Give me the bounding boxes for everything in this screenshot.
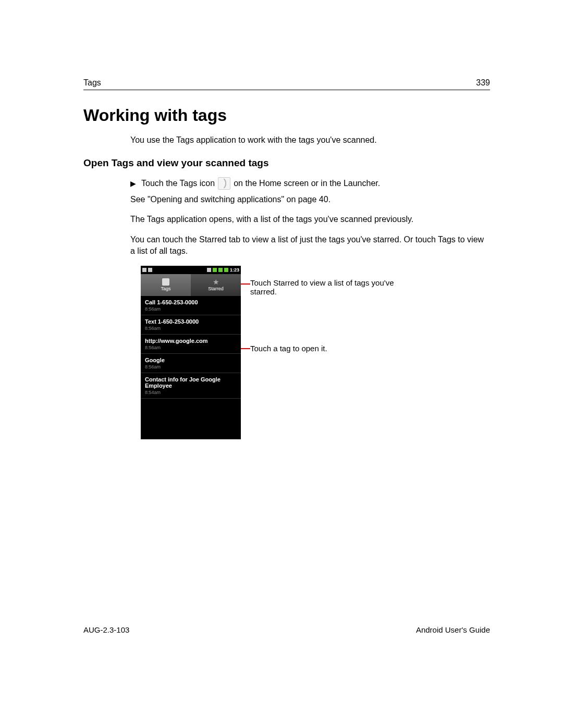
- status-icon: [213, 268, 217, 272]
- callout-starred: Touch Starred to view a list of tags you…: [250, 278, 396, 296]
- paragraph-starred-tab: You can touch the Starred tab to view a …: [130, 234, 490, 257]
- tag-time: 8:54am: [145, 390, 237, 395]
- tags-app-icon: [218, 177, 230, 190]
- tab-tags[interactable]: Tags: [141, 274, 191, 296]
- status-icon: [207, 268, 211, 272]
- tag-title: http://www.google.com: [145, 338, 237, 344]
- tag-title: Contact info for Joe Google Employee: [145, 376, 237, 389]
- tag-time: 8:56am: [145, 326, 237, 331]
- status-time: 1:23: [230, 267, 239, 273]
- tag-icon: [162, 278, 169, 286]
- intro-paragraph: You use the Tags application to work wit…: [130, 135, 490, 145]
- status-left-icons: [142, 268, 152, 272]
- battery-icon: [224, 268, 228, 272]
- callout-line: [241, 348, 250, 349]
- list-item[interactable]: Call 1-650-253-0000 8:56am: [141, 296, 241, 315]
- callout-line: [241, 283, 250, 285]
- phone-empty-area: [141, 399, 241, 439]
- footer-guide-name: Android User's Guide: [416, 625, 490, 634]
- status-icon: [142, 268, 146, 272]
- page-title: Working with tags: [83, 106, 490, 125]
- star-icon: ★: [213, 278, 219, 286]
- list-item[interactable]: Contact info for Joe Google Employee 8:5…: [141, 373, 241, 399]
- footer-doc-id: AUG-2.3-103: [83, 625, 129, 634]
- page-footer: AUG-2.3-103 Android User's Guide: [83, 625, 490, 634]
- step-text-pre: Touch the Tags icon: [141, 179, 215, 188]
- paragraph-app-opens: The Tags application opens, with a list …: [130, 214, 490, 225]
- tag-time: 8:56am: [145, 364, 237, 369]
- tab-label: Tags: [161, 286, 170, 291]
- callout-open-tag: Touch a tag to open it.: [250, 344, 327, 353]
- step-line: ▶ Touch the Tags icon on the Home screen…: [130, 177, 490, 190]
- tag-time: 8:56am: [145, 306, 237, 312]
- document-page: Tags 339 Working with tags You use the T…: [0, 0, 563, 728]
- bullet-triangle-icon: ▶: [130, 179, 136, 188]
- tab-starred[interactable]: ★ Starred: [191, 274, 241, 296]
- page-header: Tags 339: [83, 78, 490, 90]
- phone-tabs: Tags ★ Starred: [141, 274, 241, 296]
- list-item[interactable]: Google 8:56am: [141, 354, 241, 373]
- tag-time: 8:56am: [145, 345, 237, 350]
- subheading: Open Tags and view your scanned tags: [83, 157, 490, 169]
- list-item[interactable]: Text 1-650-253-0000 8:56am: [141, 315, 241, 335]
- phone-screenshot: 1:23 Tags ★ Starred Call 1-650-253-0000 …: [141, 266, 241, 439]
- tag-title: Text 1-650-253-0000: [145, 318, 237, 325]
- figure-row: 1:23 Tags ★ Starred Call 1-650-253-0000 …: [141, 266, 490, 439]
- tag-title: Google: [145, 357, 237, 363]
- phone-status-bar: 1:23: [141, 266, 241, 274]
- header-section: Tags: [83, 78, 101, 88]
- tab-label: Starred: [208, 286, 224, 291]
- list-item[interactable]: http://www.google.com 8:56am: [141, 335, 241, 354]
- tag-title: Call 1-650-253-0000: [145, 299, 237, 305]
- status-icon: [148, 268, 152, 272]
- status-right-icons: 1:23: [207, 267, 239, 273]
- header-page-number: 339: [476, 78, 490, 88]
- step-text-post: on the Home screen or in the Launcher.: [234, 179, 380, 188]
- paragraph-see-also: See "Opening and switching applications"…: [130, 194, 490, 205]
- signal-icon: [218, 268, 223, 272]
